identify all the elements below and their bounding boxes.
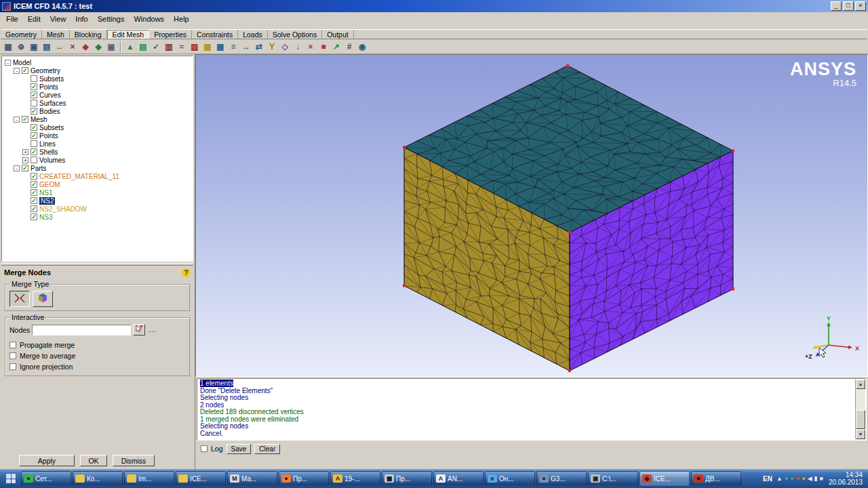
- tree-item-shells[interactable]: +✓Shells: [3, 148, 193, 156]
- save-log-button[interactable]: Save: [226, 444, 252, 454]
- tree-item-model[interactable]: -Model: [3, 58, 193, 66]
- tree-checkbox[interactable]: ✓: [31, 189, 37, 196]
- tree-item-parts[interactable]: -✓Parts: [3, 164, 193, 172]
- tree-checkbox[interactable]: ✓: [31, 181, 37, 188]
- menu-edit[interactable]: Edit: [23, 14, 45, 24]
- ok-button[interactable]: OK: [80, 455, 107, 466]
- project-nodes-icon[interactable]: ↓: [292, 41, 304, 53]
- network-icon[interactable]: ▮: [814, 475, 818, 482]
- create-elements-icon[interactable]: ▲: [124, 41, 136, 53]
- taskbar-button-item[interactable]: ●Сет...: [21, 471, 71, 486]
- taskbar-button-item[interactable]: eОн...: [485, 471, 535, 486]
- log-line[interactable]: Selecting nodes: [200, 394, 852, 402]
- split-edge-icon[interactable]: Y: [266, 41, 278, 53]
- taskbar-button-item[interactable]: ▦Пр...: [382, 471, 432, 486]
- menu-help[interactable]: Help: [169, 14, 194, 24]
- extrude-mesh-icon[interactable]: ▤: [137, 41, 149, 53]
- tree-checkbox[interactable]: [31, 100, 37, 106]
- tree-checkbox[interactable]: [31, 157, 37, 163]
- tab-edit-mesh[interactable]: Edit Mesh: [107, 30, 150, 39]
- tree-checkbox[interactable]: ✓: [22, 165, 28, 171]
- tree-item-subsets[interactable]: Subsets: [3, 75, 193, 83]
- isometric-view-icon[interactable]: ◆: [79, 41, 92, 53]
- zoom-in-icon[interactable]: ⊕: [15, 41, 27, 53]
- taskbar-button-im[interactable]: Im...: [124, 471, 174, 486]
- renumber-mesh-icon[interactable]: #: [343, 41, 355, 53]
- tree-checkbox[interactable]: ✓: [22, 116, 28, 123]
- tab-output[interactable]: Output: [322, 30, 354, 39]
- log-line[interactable]: 1 elements: [200, 380, 852, 388]
- local-coords-icon[interactable]: ×: [66, 41, 79, 53]
- more-options-button[interactable]: ...: [147, 326, 157, 333]
- antivirus-shield-icon[interactable]: ●: [790, 475, 793, 482]
- tree-item-geometry[interactable]: -✓Geometry: [3, 66, 193, 75]
- log-scrollbar[interactable]: ▲ ▼: [855, 380, 865, 439]
- tree-item-points[interactable]: ✓Points: [3, 131, 193, 140]
- tree-item-ns1[interactable]: ✓NS1: [3, 188, 193, 197]
- nodes-input[interactable]: [32, 325, 131, 336]
- tree-item-points[interactable]: ✓Points: [3, 83, 193, 91]
- scroll-down-icon[interactable]: ▼: [856, 430, 865, 439]
- tree-checkbox[interactable]: ✓: [31, 124, 37, 131]
- tree-item-bodies[interactable]: ✓Bodies: [3, 107, 193, 115]
- taskbar-button-an[interactable]: AAN...: [433, 471, 484, 486]
- volume-icon[interactable]: ◀: [808, 475, 812, 482]
- tree-checkbox[interactable]: ✓: [31, 214, 37, 220]
- tree-checkbox[interactable]: ✓: [31, 148, 37, 155]
- tray-app-orange-icon[interactable]: ●: [802, 475, 805, 482]
- language-indicator[interactable]: EN: [762, 475, 774, 483]
- tree-item-subsets[interactable]: ✓Subsets: [3, 123, 193, 131]
- tree-item-mesh[interactable]: -✓Mesh: [3, 115, 193, 123]
- saved-views-icon[interactable]: ◆: [92, 41, 104, 53]
- tree-checkbox[interactable]: ✓: [31, 197, 37, 204]
- tree-checkbox[interactable]: ✓: [31, 132, 37, 139]
- panel-splitter[interactable]: [1, 263, 193, 266]
- action-center-icon[interactable]: ■: [820, 475, 823, 482]
- clock[interactable]: 14:34 20.06.2013: [829, 471, 863, 486]
- swap-edge-icon[interactable]: ◇: [279, 41, 291, 53]
- tree-checkbox[interactable]: ✓: [31, 92, 37, 98]
- merge-nodes-icon[interactable]: ⇄: [253, 41, 265, 53]
- delete-nodes-icon[interactable]: ×: [304, 41, 317, 53]
- tab-properties[interactable]: Properties: [149, 30, 192, 39]
- menu-view[interactable]: View: [45, 14, 71, 24]
- menu-settings[interactable]: Settings: [93, 14, 130, 24]
- coarsen-mesh-icon[interactable]: ▦: [201, 41, 214, 53]
- fit-window-icon[interactable]: ▤: [41, 41, 53, 53]
- tree-item-surfaces[interactable]: Surfaces: [3, 99, 193, 107]
- checkbox-propagate-merge[interactable]: [9, 342, 16, 348]
- expand-icon[interactable]: +: [22, 149, 28, 155]
- measure-distance-icon[interactable]: ↔: [54, 41, 66, 53]
- tree-item-geom[interactable]: ✓GEOM: [3, 180, 193, 188]
- tab-loads[interactable]: Loads: [238, 30, 268, 39]
- taskbar-button-c[interactable]: ▣C:\...: [588, 471, 638, 486]
- log-checkbox[interactable]: [201, 445, 208, 452]
- tree-item-created-material-11[interactable]: ✓CREATED_MATERIAL_11: [3, 172, 193, 180]
- tab-blocking[interactable]: Blocking: [70, 30, 107, 39]
- taskbar-button-item[interactable]: ●Пр...: [279, 471, 329, 486]
- apply-button[interactable]: Apply: [19, 455, 75, 466]
- tab-mesh[interactable]: Mesh: [42, 30, 70, 39]
- tab-solve-options[interactable]: Solve Options: [268, 30, 322, 39]
- taskbar-button-item[interactable]: Ко...: [73, 471, 123, 486]
- tree-checkbox[interactable]: ✓: [31, 173, 37, 180]
- tray-app-red-icon[interactable]: ●: [796, 475, 800, 482]
- repair-mesh-icon[interactable]: ▨: [189, 41, 201, 53]
- display-grid-icon[interactable]: ▦: [2, 41, 14, 53]
- transform-mesh-icon[interactable]: ↗: [330, 41, 342, 53]
- collapse-icon[interactable]: -: [14, 68, 20, 74]
- tab-constraints[interactable]: Constraints: [192, 30, 238, 39]
- tree-checkbox[interactable]: ✓: [31, 83, 37, 90]
- mesh-info-icon[interactable]: ◉: [356, 41, 368, 53]
- menu-file[interactable]: File: [1, 14, 23, 24]
- delete-elements-icon[interactable]: ■: [317, 41, 330, 53]
- tree-item-ns3[interactable]: ✓NS3: [3, 213, 193, 221]
- scroll-up-icon[interactable]: ▲: [856, 380, 865, 389]
- tree-item-volumes[interactable]: +Volumes: [3, 156, 193, 164]
- menu-windows[interactable]: Windows: [129, 14, 169, 24]
- merge-volumes-type-button[interactable]: [33, 291, 53, 307]
- taskbar-button-ice[interactable]: ICE...: [176, 471, 226, 486]
- tree-item-curves[interactable]: ✓Curves: [3, 91, 193, 99]
- smooth-mesh-icon[interactable]: ≈: [176, 41, 188, 53]
- tree-checkbox[interactable]: ✓: [31, 108, 37, 115]
